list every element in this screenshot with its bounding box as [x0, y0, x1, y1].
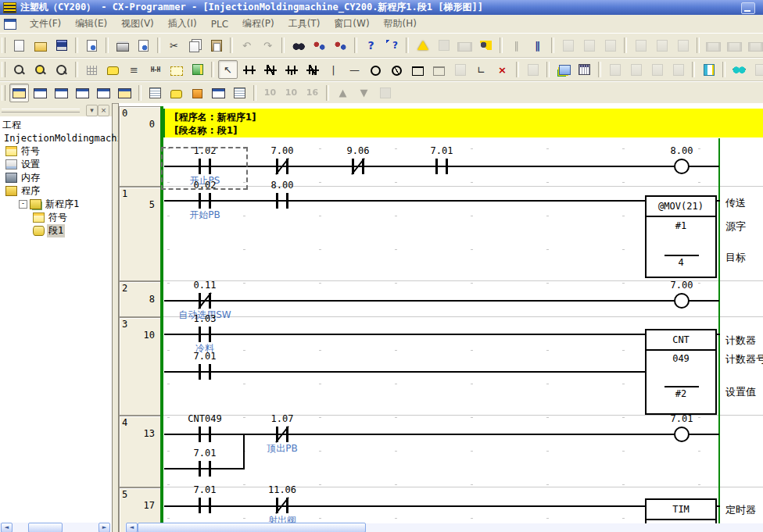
output-coil[interactable] — [674, 427, 690, 442]
menu-insert[interactable]: 插入(I) — [161, 15, 204, 33]
pause-button[interactable]: ∥ — [528, 36, 547, 55]
rung-comment-banner[interactable]: [程序名 : 新程序1] [段名称 : 段1] — [165, 109, 763, 137]
new-vertical-line-button[interactable]: | — [324, 60, 343, 79]
scroll-left-icon[interactable]: ◄ — [126, 523, 138, 532]
menu-edit[interactable]: 编辑(E) — [68, 15, 114, 33]
open-file-button[interactable] — [30, 36, 50, 55]
child-window-icon[interactable] — [4, 19, 16, 30]
zoom-fit-button[interactable] — [9, 60, 29, 79]
tree-item-section-1[interactable]: 段1 — [0, 224, 112, 237]
scroll-right-icon[interactable]: ► — [99, 523, 110, 532]
tree-h-scrollbar[interactable]: ◄ ► — [0, 523, 110, 532]
workspace-grip[interactable] — [2, 109, 80, 112]
toggle-watch-window-button[interactable] — [52, 84, 71, 102]
view-diagram-button[interactable] — [188, 84, 207, 102]
view-mnemonic-button[interactable] — [145, 84, 165, 102]
contact-nc[interactable] — [348, 159, 368, 174]
rung-comment-button[interactable] — [103, 60, 123, 79]
toggle-cross-reference-button[interactable] — [73, 84, 92, 102]
output-coil[interactable] — [674, 159, 690, 174]
show-comment-list-button[interactable]: ≡ — [124, 60, 144, 79]
contact-no[interactable] — [432, 159, 452, 174]
new-or-contact-button[interactable] — [281, 60, 301, 79]
view-monitor-hex-button[interactable] — [230, 84, 249, 102]
ladder-h-scrollbar[interactable]: ◄ — [125, 523, 763, 532]
show-sections-button[interactable] — [188, 60, 207, 79]
contact-no[interactable] — [195, 327, 215, 342]
paste-button[interactable] — [206, 36, 226, 55]
rung-header-4[interactable]: 4 13 — [119, 416, 161, 487]
rung-header-1[interactable]: 1 5 — [119, 187, 161, 281]
new-horizontal-line-button[interactable]: — — [345, 60, 364, 79]
properties-button[interactable] — [115, 84, 134, 102]
view-symbols-button[interactable] — [167, 84, 186, 102]
select-tool-button[interactable]: ↖ — [218, 60, 238, 79]
contact-nc[interactable] — [272, 498, 292, 513]
help-button[interactable]: ? — [361, 36, 381, 55]
zoom-out-button[interactable] — [52, 60, 71, 79]
tree-item-project-root[interactable]: InjectionMoldingmachine — [0, 131, 112, 145]
contact-no[interactable] — [195, 461, 215, 477]
menu-program[interactable]: 编程(P) — [235, 15, 281, 33]
substitute-button[interactable] — [310, 36, 329, 55]
rung-header-3[interactable]: 3 10 — [119, 317, 161, 416]
toggle-grid-button[interactable] — [82, 60, 102, 79]
contact-no[interactable] — [195, 193, 215, 209]
menu-tools[interactable]: 工具(T) — [281, 15, 328, 33]
toolbar-grip[interactable] — [2, 85, 5, 101]
menu-view[interactable]: 视图(V) — [114, 15, 161, 33]
contact-nc[interactable] — [272, 427, 292, 442]
tree-item-global-symbols[interactable]: 符号 — [0, 145, 112, 158]
contact-nc[interactable] — [272, 159, 292, 174]
program-check-button[interactable] — [553, 60, 573, 79]
new-closed-coil-button[interactable] — [387, 60, 407, 79]
scroll-left-icon[interactable]: ◄ — [1, 523, 13, 532]
toolbar-grip[interactable] — [2, 37, 5, 53]
menu-help[interactable]: 帮助(H) — [377, 15, 424, 33]
instruction-block-mov[interactable]: @MOV(21) #1 4 — [645, 195, 717, 278]
tree-item-programs[interactable]: 程序 — [0, 184, 112, 198]
contact-no[interactable] — [195, 427, 215, 442]
new-closed-contact-button[interactable] — [260, 60, 280, 79]
address-reference-tool-button[interactable] — [699, 60, 718, 79]
compile-button[interactable] — [413, 36, 432, 55]
menu-window[interactable]: 窗口(W) — [327, 15, 376, 33]
toggle-output-window-button[interactable] — [30, 84, 50, 102]
copy-button[interactable] — [185, 36, 205, 55]
show-rung-annotation-button[interactable]: H-H — [145, 60, 165, 79]
new-instruction-button[interactable] — [408, 60, 428, 79]
tree-item-memory[interactable]: 内存 — [0, 171, 112, 184]
print-button[interactable] — [113, 36, 132, 55]
cut-button[interactable]: ✂ — [164, 36, 184, 55]
new-or-closed-contact-button[interactable] — [303, 60, 322, 79]
line-delete-button[interactable]: × — [493, 60, 512, 79]
line-connect-button[interactable]: ∟ — [471, 60, 491, 79]
view-io-comment-button[interactable] — [209, 84, 228, 102]
new-coil-button[interactable] — [366, 60, 385, 79]
tree-item-new-program-1[interactable]: -新程序1 — [0, 198, 112, 211]
minimize-button[interactable] — [741, 2, 755, 14]
find-button[interactable] — [288, 36, 308, 55]
toolbar-grip[interactable] — [2, 62, 5, 77]
menu-plc[interactable]: PLC — [204, 16, 235, 32]
output-coil[interactable] — [674, 293, 690, 309]
ladder-scroll-thumb[interactable] — [138, 523, 366, 532]
zoom-in-button[interactable] — [30, 60, 50, 79]
instruction-block-cnt[interactable]: CNT 049 #2 — [645, 329, 717, 415]
menu-file[interactable]: 文件(F) — [23, 15, 68, 33]
tree-scroll-thumb[interactable] — [28, 523, 63, 532]
toggle-project-workspace-button[interactable] — [9, 84, 29, 102]
contact-no[interactable] — [195, 364, 215, 380]
new-contact-button[interactable] — [239, 60, 259, 79]
toggle-local-window-button[interactable] — [94, 84, 113, 102]
find-warning-button[interactable] — [476, 36, 496, 55]
print-preview-button[interactable] — [134, 36, 153, 55]
memory-view-button[interactable] — [575, 60, 594, 79]
save-button[interactable] — [52, 36, 71, 55]
tree-expander-icon[interactable]: - — [19, 200, 27, 209]
watch-window-button[interactable] — [729, 60, 749, 79]
close-workspace-button[interactable]: × — [98, 105, 109, 116]
monitor-box-button[interactable] — [167, 60, 186, 79]
change-all-button[interactable] — [331, 36, 350, 55]
new-file-button[interactable] — [9, 36, 29, 55]
